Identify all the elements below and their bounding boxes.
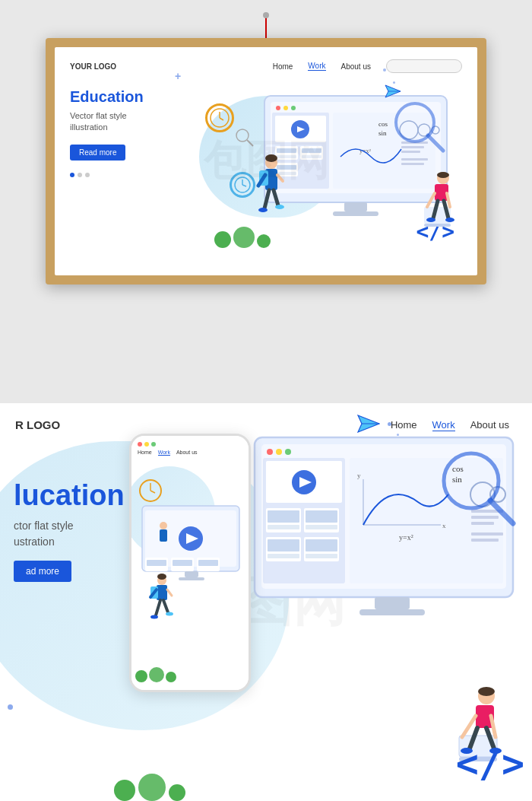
bottom-section: R LOGO Home Work About us lucation ctor … bbox=[0, 403, 532, 801]
phone-student bbox=[147, 573, 177, 637]
svg-point-59 bbox=[426, 218, 435, 222]
svg-line-89 bbox=[163, 600, 168, 612]
svg-rect-105 bbox=[306, 510, 337, 523]
hero-title: Education bbox=[70, 88, 192, 106]
phone-bushes bbox=[135, 667, 176, 682]
svg-line-88 bbox=[156, 600, 160, 615]
svg-text:y: y bbox=[357, 472, 361, 479]
svg-rect-108 bbox=[268, 539, 299, 551]
svg-rect-81 bbox=[179, 577, 204, 580]
sparkle-1 bbox=[383, 68, 386, 72]
phone-clock bbox=[138, 478, 164, 507]
svg-point-6 bbox=[236, 129, 249, 141]
svg-text:sin: sin bbox=[452, 475, 462, 484]
svg-rect-36 bbox=[401, 158, 428, 161]
svg-line-48 bbox=[264, 190, 269, 208]
svg-rect-80 bbox=[185, 571, 198, 577]
svg-rect-106 bbox=[306, 525, 337, 529]
svg-text:sin: sin bbox=[378, 129, 387, 137]
svg-point-50 bbox=[258, 208, 268, 212]
svg-rect-111 bbox=[306, 539, 337, 551]
bottom-nav-home[interactable]: Home bbox=[391, 419, 417, 431]
search-bar[interactable] bbox=[386, 59, 462, 73]
svg-line-2 bbox=[220, 118, 223, 120]
phone-frame: Home Work About us bbox=[129, 434, 251, 692]
phone-nav-work: Work bbox=[158, 450, 170, 456]
bottom-nav-work[interactable]: Work bbox=[432, 419, 455, 431]
phone-status-dots bbox=[138, 442, 242, 447]
svg-point-91 bbox=[166, 612, 173, 616]
hero-subtitle: Vector flat styleillustration bbox=[70, 110, 192, 134]
svg-line-142 bbox=[491, 716, 496, 737]
picture-frame: YOUR LOGO Home Work About us + Education… bbox=[46, 38, 486, 284]
read-more-button[interactable]: Read more bbox=[70, 145, 125, 161]
student-figure bbox=[252, 154, 290, 233]
bottom-read-more-button[interactable]: ad more bbox=[14, 561, 71, 582]
illustration: cos sin y=x² bbox=[192, 81, 462, 248]
svg-rect-21 bbox=[302, 148, 321, 153]
svg-point-133 bbox=[478, 687, 495, 696]
dot-2 bbox=[78, 173, 82, 177]
svg-point-12 bbox=[291, 106, 296, 110]
bottom-hero-title: lucation bbox=[14, 479, 125, 512]
svg-point-94 bbox=[267, 449, 273, 455]
svg-rect-109 bbox=[268, 554, 299, 558]
svg-line-5 bbox=[242, 185, 246, 186]
svg-point-10 bbox=[276, 106, 280, 110]
clock-orange bbox=[205, 103, 234, 132]
nav-home[interactable]: Home bbox=[273, 62, 293, 71]
svg-text:x: x bbox=[442, 522, 446, 529]
sitting-figure bbox=[416, 169, 462, 240]
phone-nav-about: About us bbox=[176, 450, 198, 456]
svg-rect-75 bbox=[147, 560, 166, 566]
svg-rect-112 bbox=[306, 554, 337, 558]
hero-text: Education Vector flat styleillustration … bbox=[70, 81, 192, 177]
svg-rect-124 bbox=[471, 516, 499, 519]
frame-container: YOUR LOGO Home Work About us + Education… bbox=[46, 15, 486, 284]
svg-rect-126 bbox=[471, 532, 503, 536]
bottom-hero-subtitle: ctor flat styleustration bbox=[14, 518, 125, 550]
svg-rect-131 bbox=[359, 609, 425, 615]
svg-rect-40 bbox=[344, 202, 367, 211]
large-monitor: y x y=x² cos sin bbox=[251, 434, 532, 662]
svg-rect-125 bbox=[471, 522, 494, 525]
svg-line-87 bbox=[167, 590, 172, 596]
phone-nav-home: Home bbox=[138, 450, 152, 456]
nav-about[interactable]: About us bbox=[341, 62, 371, 71]
svg-point-11 bbox=[283, 106, 288, 110]
svg-rect-79 bbox=[198, 560, 218, 566]
bottom-hero-text: lucation ctor flat styleustration ad mor… bbox=[14, 479, 125, 582]
bottom-logo: R LOGO bbox=[15, 418, 60, 431]
hanger-wire bbox=[265, 15, 267, 38]
svg-rect-73 bbox=[160, 529, 167, 542]
bottom-nav-bar: R LOGO Home Work About us bbox=[0, 403, 532, 431]
svg-line-67 bbox=[150, 491, 155, 493]
pagination-dots bbox=[70, 173, 192, 177]
svg-rect-127 bbox=[471, 539, 499, 542]
svg-point-72 bbox=[160, 522, 167, 529]
dot-3 bbox=[85, 173, 90, 177]
svg-line-61 bbox=[427, 193, 435, 207]
svg-rect-113 bbox=[350, 458, 503, 583]
bottom-bushes bbox=[114, 774, 185, 801]
svg-rect-77 bbox=[173, 560, 192, 566]
svg-rect-130 bbox=[375, 597, 410, 609]
svg-text:y=x²: y=x² bbox=[399, 533, 413, 542]
bottom-nav-about[interactable]: About us bbox=[470, 419, 509, 431]
bottom-dot bbox=[8, 704, 13, 710]
svg-rect-84 bbox=[157, 585, 167, 600]
svg-point-53 bbox=[437, 172, 449, 178]
nav-work[interactable]: Work bbox=[308, 62, 325, 71]
dot-1 bbox=[70, 173, 74, 177]
hanger-nail bbox=[263, 12, 269, 18]
svg-point-83 bbox=[157, 574, 166, 580]
nav-bar: YOUR LOGO Home Work About us bbox=[70, 59, 462, 73]
svg-point-43 bbox=[265, 154, 277, 162]
svg-rect-34 bbox=[401, 146, 424, 148]
svg-line-62 bbox=[447, 193, 450, 207]
svg-rect-56 bbox=[424, 224, 451, 227]
hero-section: Education Vector flat styleillustration … bbox=[70, 81, 462, 248]
svg-text:cos: cos bbox=[452, 464, 464, 473]
svg-rect-103 bbox=[268, 525, 299, 529]
svg-point-95 bbox=[276, 449, 282, 455]
